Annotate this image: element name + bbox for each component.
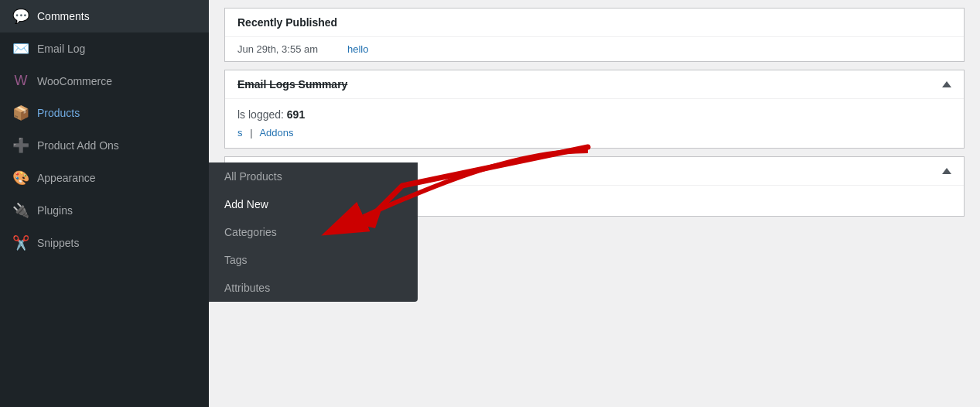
email-log-count-line: ls logged: 691 [237, 108, 951, 121]
logged-count: 691 [287, 108, 305, 121]
recently-published-card: Recently Published Jun 29th, 3:55 am hel… [224, 8, 965, 62]
summary-link-s[interactable]: s [237, 127, 243, 139]
email-summary-card: Email Logs Summary ls logged: 691 s | Ad… [224, 70, 965, 149]
productaddons-icon: ➕ [12, 137, 29, 154]
submenu-item-allproducts[interactable]: All Products [209, 162, 418, 190]
email-summary-title: Email Logs Summary [237, 78, 347, 91]
sidebar-label-woocommerce: WooCommerce [37, 75, 112, 87]
comments-icon: 💬 [12, 8, 29, 25]
sidebar-label-productaddons: Product Add Ons [37, 139, 119, 152]
submenu-item-tags[interactable]: Tags [209, 246, 418, 274]
sidebar-item-emaillog[interactable]: ✉️ Email Log [0, 32, 209, 65]
logged-label: ls logged: [237, 108, 287, 121]
published-date: Jun 29th, 3:55 am [237, 43, 338, 55]
emaillog-icon: ✉️ [12, 40, 29, 57]
sidebar-item-appearance[interactable]: 🎨 Appearance [0, 162, 209, 194]
sidebar-label-emaillog: Email Log [37, 43, 85, 55]
recently-published-title: Recently Published [225, 9, 964, 36]
sidebar-label-products: Products [37, 107, 80, 119]
reviews-collapse-button[interactable] [942, 168, 951, 174]
sidebar: 💬 Comments ✉️ Email Log W WooCommerce 📦 … [0, 0, 209, 407]
published-link[interactable]: hello [347, 43, 368, 55]
email-summary-header: Email Logs Summary [225, 70, 964, 99]
email-summary-body: ls logged: 691 s | Addons [225, 99, 964, 148]
sidebar-item-snippets[interactable]: ✂️ Snippets [0, 227, 209, 259]
submenu-item-addnew[interactable]: Add New [209, 190, 418, 218]
collapse-button[interactable] [942, 81, 951, 87]
sidebar-item-comments[interactable]: 💬 Comments [0, 0, 209, 32]
products-icon: 📦 [12, 104, 29, 121]
email-summary-links: s | Addons [237, 127, 951, 139]
sidebar-item-products[interactable]: 📦 Products [0, 97, 209, 129]
sidebar-item-productaddons[interactable]: ➕ Product Add Ons [0, 129, 209, 162]
sidebar-label-plugins: Plugins [37, 204, 73, 217]
products-submenu: All Products Add New Categories Tags Att… [209, 162, 418, 302]
snippets-icon: ✂️ [12, 234, 29, 251]
sidebar-item-plugins[interactable]: 🔌 Plugins [0, 194, 209, 227]
summary-link-addons[interactable]: Addons [259, 127, 293, 139]
sidebar-label-snippets: Snippets [37, 237, 79, 249]
plugins-icon: 🔌 [12, 202, 29, 219]
sidebar-label-comments: Comments [37, 10, 90, 22]
link-separator: | [250, 127, 252, 139]
woocommerce-icon: W [12, 73, 29, 89]
submenu-item-categories[interactable]: Categories [209, 218, 418, 246]
sidebar-label-appearance: Appearance [37, 172, 96, 184]
recently-published-row: Jun 29th, 3:55 am hello [225, 36, 964, 61]
submenu-item-attributes[interactable]: Attributes [209, 274, 418, 302]
sidebar-item-woocommerce[interactable]: W WooCommerce [0, 65, 209, 97]
appearance-icon: 🎨 [12, 169, 29, 186]
